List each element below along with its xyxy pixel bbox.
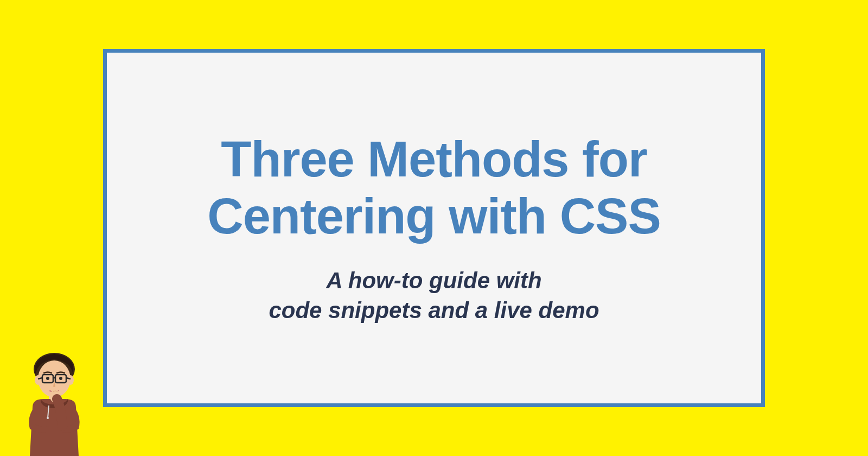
- page-subtitle: A how-to guide with code snippets and a …: [269, 266, 599, 325]
- svg-point-9: [46, 377, 49, 380]
- avatar-icon: [16, 347, 92, 456]
- svg-point-10: [59, 377, 62, 380]
- page-title: Three Methods for Centering with CSS: [139, 131, 729, 246]
- subtitle-line-2: code snippets and a live demo: [269, 297, 599, 323]
- title-card: Three Methods for Centering with CSS A h…: [103, 49, 765, 407]
- svg-point-14: [47, 417, 49, 419]
- svg-point-2: [35, 375, 41, 385]
- svg-point-3: [67, 375, 74, 385]
- subtitle-line-1: A how-to guide with: [326, 268, 541, 293]
